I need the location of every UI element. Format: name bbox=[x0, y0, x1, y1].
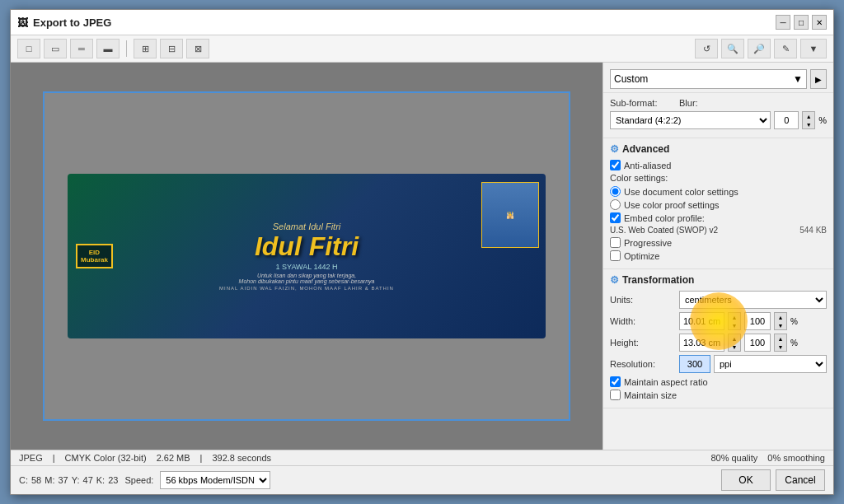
maintain-aspect-checkbox[interactable] bbox=[610, 376, 621, 387]
blur-label: Blur: bbox=[679, 98, 704, 108]
m-label: M: bbox=[45, 475, 54, 485]
width-down-button[interactable]: ▼ bbox=[729, 321, 740, 329]
height-percent-input[interactable] bbox=[744, 334, 771, 352]
height-pct-down[interactable]: ▼ bbox=[775, 343, 786, 351]
toolbar-btn-4[interactable]: ▬ bbox=[96, 39, 120, 58]
height-pct-label: % bbox=[790, 338, 798, 348]
y-label: Y: bbox=[72, 475, 80, 485]
resolution-unit-select[interactable]: ppi bbox=[714, 355, 827, 373]
main-content: EIDMubarak Selamat Idul Fitri Idul Fitri… bbox=[11, 63, 833, 450]
zoom-in-button[interactable]: 🔎 bbox=[748, 39, 771, 58]
quality-label: 80% quality bbox=[710, 453, 757, 463]
title-bar-left: 🖼 Export to JPEG bbox=[17, 16, 111, 29]
export-dialog: 🖼 Export to JPEG ─ □ ✕ □ ▭ ═ ▬ ⊞ ⊟ ⊠ ↺ 🔍… bbox=[10, 9, 834, 495]
toolbar-btn-7[interactable]: ⊠ bbox=[186, 39, 209, 58]
toolbar-btn-6[interactable]: ⊟ bbox=[160, 39, 183, 58]
cmyk-info: C: 58 M: 37 Y: 47 K: 23 bbox=[19, 475, 118, 485]
toolbar-separator-1 bbox=[126, 40, 127, 57]
toolbar-btn-3[interactable]: ═ bbox=[70, 39, 93, 58]
radio-doc-row: Use document color settings bbox=[610, 186, 827, 197]
height-up-button[interactable]: ▲ bbox=[729, 334, 740, 343]
height-pct-up[interactable]: ▲ bbox=[775, 334, 786, 343]
embed-profile-checkbox[interactable] bbox=[610, 212, 621, 223]
k-label: K: bbox=[96, 475, 105, 485]
blur-down-button[interactable]: ▼ bbox=[803, 120, 814, 128]
anti-aliased-checkbox[interactable] bbox=[610, 160, 621, 170]
width-row: Width: ▲ ▼ ▲ ▼ % bbox=[610, 312, 827, 330]
maintain-size-checkbox[interactable] bbox=[610, 390, 621, 400]
width-pct-label: % bbox=[790, 317, 798, 326]
anti-aliased-label: Anti-aliased bbox=[624, 161, 671, 170]
maintain-size-label: Maintain size bbox=[624, 390, 677, 400]
blur-up-button[interactable]: ▲ bbox=[803, 112, 814, 120]
transformation-collapse-icon[interactable]: ⚙ bbox=[610, 274, 619, 286]
transformation-header: ⚙ Transformation bbox=[610, 274, 827, 286]
embed-profile-label: Embed color profile: bbox=[624, 213, 705, 223]
blur-input[interactable] bbox=[774, 111, 799, 129]
color-profile-name-row: U.S. Web Coated (SWOP) v2 544 KB bbox=[610, 226, 827, 235]
cancel-button[interactable]: Cancel bbox=[776, 469, 825, 491]
maintain-size-row: Maintain size bbox=[610, 390, 827, 400]
zoom-out-button[interactable]: 🔍 bbox=[721, 39, 744, 58]
toolbar-btn-2[interactable]: ▭ bbox=[44, 39, 67, 58]
preset-dropdown[interactable]: Custom ▼ bbox=[610, 69, 807, 89]
radio-doc-color[interactable] bbox=[610, 186, 621, 197]
status-bar: JPEG | CMYK Color (32-bit) 2.62 MB | 392… bbox=[11, 450, 833, 465]
units-select[interactable]: centimeters bbox=[679, 291, 827, 309]
width-spinner: ▲ ▼ bbox=[728, 312, 741, 330]
arrow-right-icon: ▶ bbox=[815, 75, 822, 84]
refresh-button[interactable]: ↺ bbox=[695, 39, 718, 58]
resolution-row: Resolution: ppi bbox=[610, 355, 827, 373]
toolbar-btn-1[interactable]: □ bbox=[17, 39, 40, 58]
ok-button[interactable]: OK bbox=[721, 469, 771, 491]
progressive-checkbox[interactable] bbox=[610, 237, 621, 248]
width-input[interactable] bbox=[679, 312, 724, 330]
advanced-section: ⚙ Advanced Anti-aliased Color settings: … bbox=[603, 138, 833, 269]
preset-dropdown-arrow: ▼ bbox=[793, 73, 803, 85]
radio-proof-row: Use color proof settings bbox=[610, 199, 827, 210]
close-button[interactable]: ✕ bbox=[812, 15, 827, 30]
height-input[interactable] bbox=[679, 334, 724, 352]
image-overlay: Selamat Idul Fitri Idul Fitri 1 SYAWAL 1… bbox=[68, 174, 546, 338]
resolution-input[interactable] bbox=[679, 355, 710, 373]
file-size-label: 2.62 MB bbox=[157, 453, 190, 463]
width-pct-up[interactable]: ▲ bbox=[775, 313, 786, 321]
minimize-button[interactable]: ─ bbox=[776, 15, 790, 30]
speed-select[interactable]: 56 kbps Modem/ISDN bbox=[160, 471, 270, 489]
maintain-aspect-label: Maintain aspect ratio bbox=[624, 377, 708, 387]
height-pct-spinner: ▲ ▼ bbox=[774, 334, 787, 352]
view-dropdown-button[interactable]: ▼ bbox=[800, 39, 827, 58]
optimize-checkbox[interactable] bbox=[610, 250, 621, 261]
resolution-label: Resolution: bbox=[610, 359, 676, 369]
status-bar-right: 80% quality 0% smoothing bbox=[710, 453, 825, 463]
width-pct-down[interactable]: ▼ bbox=[775, 321, 786, 329]
subformat-row: Sub-format: Blur: bbox=[610, 98, 827, 108]
progressive-label: Progressive bbox=[624, 238, 672, 248]
units-row: Units: centimeters bbox=[610, 291, 827, 309]
advanced-collapse-icon[interactable]: ⚙ bbox=[610, 143, 619, 155]
width-percent-input[interactable] bbox=[744, 312, 771, 330]
advanced-header: ⚙ Advanced bbox=[610, 143, 827, 155]
blur-unit: % bbox=[818, 115, 827, 125]
preset-arrow-button[interactable]: ▶ bbox=[810, 69, 827, 89]
subformat-select[interactable]: Standard (4:2:2) bbox=[610, 111, 771, 129]
optimize-row: Optimize bbox=[610, 250, 827, 261]
optimize-label: Optimize bbox=[624, 251, 659, 261]
preview-canvas: EIDMubarak Selamat Idul Fitri Idul Fitri… bbox=[43, 91, 570, 421]
c-value: 58 bbox=[31, 475, 41, 485]
format-label: JPEG bbox=[19, 453, 43, 463]
pointer-button[interactable]: ✎ bbox=[774, 39, 797, 58]
height-down-button[interactable]: ▼ bbox=[729, 343, 740, 351]
toolbar-btn-5[interactable]: ⊞ bbox=[134, 39, 157, 58]
maximize-button[interactable]: □ bbox=[794, 15, 809, 30]
width-up-button[interactable]: ▲ bbox=[729, 313, 740, 321]
preset-value: Custom bbox=[614, 73, 648, 85]
color-mode-label: CMYK Color (32-bit) bbox=[65, 453, 147, 463]
action-buttons: OK Cancel bbox=[721, 469, 825, 491]
radio-proof-color[interactable] bbox=[610, 199, 621, 210]
c-label: C: bbox=[19, 475, 28, 485]
transformation-section: ⚙ Transformation Units: centimeters Widt… bbox=[603, 269, 833, 408]
embed-profile-row: Embed color profile: bbox=[610, 212, 827, 223]
advanced-label: Advanced bbox=[622, 143, 669, 155]
height-spinner: ▲ ▼ bbox=[728, 334, 741, 352]
